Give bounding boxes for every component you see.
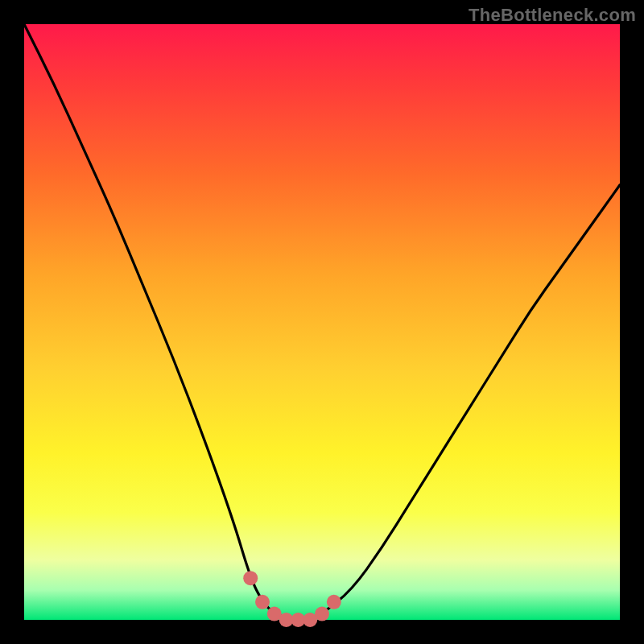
highlight-dots (243, 571, 341, 627)
highlight-dot (243, 571, 258, 585)
chart-svg (24, 24, 620, 620)
bottleneck-curve (24, 24, 620, 620)
watermark-text: TheBottleneck.com (469, 5, 636, 26)
plot-area (24, 24, 620, 620)
highlight-dot (255, 595, 270, 609)
highlight-dot (315, 607, 329, 621)
chart-frame: TheBottleneck.com (0, 0, 644, 644)
highlight-dot (327, 595, 341, 609)
